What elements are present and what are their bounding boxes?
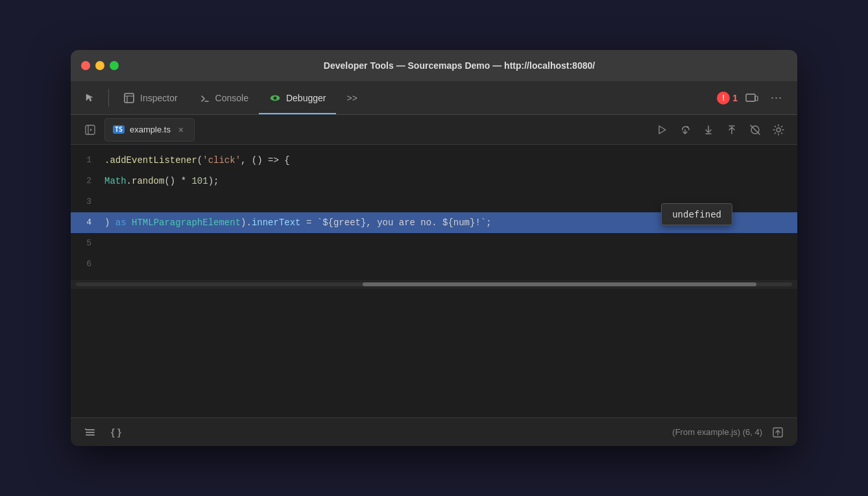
code-line-1: 1 .addEventListener('click', () => {	[71, 150, 797, 171]
minimize-button[interactable]	[95, 61, 104, 70]
close-button[interactable]	[81, 61, 90, 70]
tooltip-value: undefined	[672, 209, 721, 219]
position-info: (From example.js) (6, 4)	[672, 427, 762, 437]
svg-marker-10	[659, 126, 666, 134]
file-tab-example-ts[interactable]: TS example.ts ×	[104, 118, 195, 142]
pretty-print-button[interactable]: { }	[106, 422, 127, 443]
main-toolbar: Inspector Console Debugger >>	[71, 81, 797, 115]
sub-toolbar: TS example.ts ×	[71, 115, 797, 145]
error-icon: !	[717, 92, 730, 105]
sources-sidebar-button[interactable]	[78, 118, 102, 142]
code-editor: 1 .addEventListener('click', () => { 2 M…	[71, 145, 797, 417]
debugger-controls	[651, 119, 790, 141]
deactivate-breakpoints-button[interactable]	[744, 119, 766, 141]
tab-inspector[interactable]: Inspector	[113, 81, 188, 114]
toggle-breakpoints-button[interactable]	[80, 422, 101, 443]
code-line-5: 5	[71, 233, 797, 254]
debugger-settings-button[interactable]	[767, 119, 790, 141]
responsive-design-button[interactable]	[741, 88, 762, 108]
svg-point-5	[273, 96, 276, 99]
more-label: >>	[346, 93, 357, 103]
error-count: 1	[732, 93, 738, 103]
toolbar-divider-1	[108, 89, 109, 106]
traffic-lights	[81, 61, 119, 70]
tab-debugger[interactable]: Debugger	[259, 81, 337, 114]
debugger-icon	[269, 92, 281, 104]
svg-rect-6	[746, 94, 755, 101]
svg-rect-21	[86, 434, 95, 436]
resume-button[interactable]	[651, 119, 673, 141]
maximize-button[interactable]	[110, 61, 119, 70]
step-out-button[interactable]	[721, 119, 743, 141]
tab-console[interactable]: Console	[188, 81, 259, 114]
code-line-2: 2 Math.random() * 101);	[71, 171, 797, 192]
line-number-2: 2	[71, 171, 102, 192]
overflow-menu-button[interactable]: ···	[766, 88, 787, 108]
close-tab-button[interactable]: ×	[176, 125, 186, 135]
scrollbar-track[interactable]	[76, 282, 792, 286]
svg-rect-7	[755, 96, 758, 101]
horizontal-scrollbar[interactable]	[71, 280, 797, 289]
inspector-icon	[123, 92, 135, 104]
scrollbar-thumb[interactable]	[363, 282, 756, 286]
line-number-6: 6	[71, 254, 102, 275]
step-over-button[interactable]	[674, 119, 696, 141]
toolbar-right: ! 1 ···	[712, 81, 792, 114]
source-map-button[interactable]	[767, 422, 788, 443]
svg-rect-19	[86, 429, 95, 430]
debugger-label: Debugger	[286, 93, 326, 103]
error-badge: ! 1	[717, 92, 738, 105]
titlebar: Developer Tools — Sourcemaps Demo — http…	[71, 50, 797, 81]
line-number-3: 3	[71, 192, 102, 212]
devtools-window: Developer Tools — Sourcemaps Demo — http…	[71, 50, 797, 446]
ts-badge: TS	[113, 125, 125, 134]
tab-more[interactable]: >>	[336, 81, 367, 114]
console-label: Console	[215, 93, 248, 103]
svg-rect-20	[86, 432, 95, 433]
line-number-5: 5	[71, 233, 102, 254]
code-line-6: 6	[71, 254, 797, 275]
svg-rect-0	[125, 93, 134, 103]
svg-rect-22	[85, 428, 86, 430]
inspector-label: Inspector	[140, 93, 178, 103]
line-content-1: .addEventListener('click', () => {	[102, 150, 797, 171]
bottom-bar: { } (From example.js) (6, 4)	[71, 417, 797, 446]
window-title: Developer Tools — Sourcemaps Demo — http…	[132, 60, 787, 71]
line-content-2: Math.random() * 101);	[102, 171, 797, 192]
line-number-4: 4	[71, 212, 102, 233]
svg-line-16	[751, 125, 760, 134]
line-number-1: 1	[71, 150, 102, 171]
step-into-button[interactable]	[697, 119, 719, 141]
console-icon	[199, 92, 210, 104]
toolbar-spacer	[368, 81, 712, 114]
file-tab-name: example.ts	[130, 125, 171, 134]
element-picker-button[interactable]	[76, 81, 104, 114]
svg-point-18	[777, 128, 780, 132]
value-tooltip: undefined	[661, 203, 732, 225]
